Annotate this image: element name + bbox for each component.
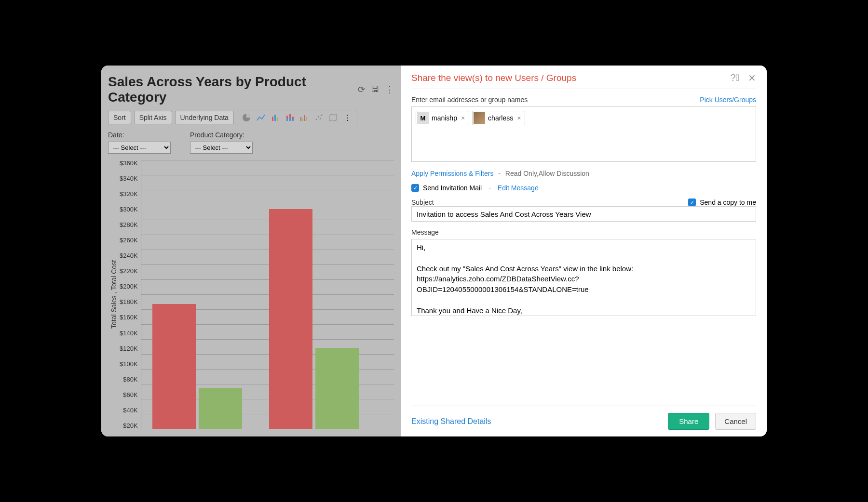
recipient-chip: charless× bbox=[472, 111, 525, 125]
recipient-chip: Mmanishp× bbox=[416, 111, 469, 125]
svg-rect-13 bbox=[306, 117, 307, 121]
y-tick: $140K bbox=[120, 330, 138, 337]
existing-shared-link[interactable]: Existing Shared Details bbox=[411, 417, 491, 426]
date-filter-label: Date: bbox=[108, 131, 124, 139]
message-textarea[interactable] bbox=[411, 239, 756, 316]
email-label: Enter email addresses or group names bbox=[411, 96, 528, 104]
share-button[interactable]: Share bbox=[668, 413, 709, 430]
chart-title: Sales Across Years by Product Category bbox=[108, 74, 358, 105]
remove-recipient-icon[interactable]: × bbox=[460, 114, 466, 122]
message-label: Message bbox=[411, 228, 756, 236]
y-tick: $20K bbox=[123, 422, 137, 429]
pick-users-link[interactable]: Pick Users/Groups bbox=[700, 96, 756, 104]
more-icon[interactable]: ⋮ bbox=[385, 84, 394, 95]
category-filter-label: Product Category: bbox=[190, 131, 244, 139]
scatter-chart-icon[interactable] bbox=[313, 112, 324, 123]
help-icon[interactable]: ?⃝ bbox=[731, 72, 739, 84]
date-filter[interactable]: --- Select --- bbox=[108, 142, 171, 154]
svg-rect-5 bbox=[286, 119, 288, 121]
chart-plot bbox=[141, 159, 394, 429]
cancel-button[interactable]: Cancel bbox=[715, 413, 756, 430]
y-tick: $260K bbox=[120, 237, 138, 244]
send-copy-label: Send a copy to me bbox=[700, 198, 756, 206]
avatar: M bbox=[417, 112, 429, 124]
more-charts-icon[interactable]: ⋮ bbox=[342, 112, 353, 123]
send-invite-label: Send Invitation Mail bbox=[423, 184, 482, 192]
save-icon[interactable]: 🖫 bbox=[371, 84, 380, 95]
y-tick: $200K bbox=[120, 283, 138, 290]
apply-permissions-link[interactable]: Apply Permissions & Filters bbox=[411, 170, 493, 177]
recipient-name: charless bbox=[488, 114, 513, 122]
line-chart-icon[interactable] bbox=[256, 112, 266, 123]
edit-message-link[interactable]: Edit Message bbox=[498, 184, 539, 192]
svg-point-17 bbox=[321, 115, 322, 116]
y-tick: $320K bbox=[120, 190, 138, 198]
y-axis-title: Total Sales , Total Cost bbox=[108, 159, 120, 429]
y-tick: $40K bbox=[123, 407, 137, 414]
dialog-title: Share the view(s) to new Users / Groups bbox=[411, 73, 576, 83]
y-tick: $180K bbox=[120, 298, 138, 305]
y-tick: $300K bbox=[120, 206, 138, 213]
avatar bbox=[474, 112, 485, 124]
y-tick: $100K bbox=[120, 360, 138, 368]
subject-input[interactable] bbox=[411, 206, 756, 222]
y-tick: $120K bbox=[120, 345, 138, 352]
y-tick: $60K bbox=[123, 391, 137, 398]
bar bbox=[269, 209, 312, 429]
category-filter[interactable]: --- Select --- bbox=[190, 142, 253, 154]
sort-button[interactable]: Sort bbox=[108, 111, 131, 124]
y-tick: $340K bbox=[120, 175, 138, 182]
svg-rect-10 bbox=[300, 117, 301, 121]
svg-rect-9 bbox=[292, 119, 294, 121]
underlying-data-button[interactable]: Underlying Data bbox=[175, 111, 234, 124]
y-tick: $220K bbox=[120, 267, 138, 275]
bar bbox=[315, 348, 359, 430]
svg-rect-1 bbox=[272, 117, 273, 121]
permissions-summary: Read Only,Allow Discussion bbox=[505, 170, 589, 177]
y-tick: $160K bbox=[120, 314, 138, 321]
svg-rect-3 bbox=[277, 118, 278, 121]
svg-rect-12 bbox=[304, 115, 305, 121]
send-invite-checkbox[interactable]: ✓ bbox=[411, 184, 419, 192]
svg-rect-11 bbox=[302, 119, 303, 121]
y-tick: $280K bbox=[120, 221, 138, 228]
close-icon[interactable]: ✕ bbox=[748, 72, 756, 84]
refresh-icon[interactable]: ⟳ bbox=[358, 84, 365, 95]
bar bbox=[152, 304, 196, 429]
stacked-bar-icon[interactable] bbox=[285, 112, 295, 123]
y-tick: $80K bbox=[123, 376, 137, 383]
subject-label: Subject bbox=[411, 198, 434, 206]
bar bbox=[199, 388, 242, 429]
svg-point-14 bbox=[315, 119, 317, 120]
remove-recipient-icon[interactable]: × bbox=[516, 114, 522, 122]
pie-chart-icon[interactable] bbox=[241, 112, 252, 123]
send-copy-checkbox[interactable]: ✓ bbox=[688, 198, 696, 206]
svg-rect-2 bbox=[274, 115, 276, 121]
recipient-name: manishp bbox=[432, 114, 457, 122]
y-tick: $360K bbox=[120, 159, 138, 167]
svg-point-16 bbox=[319, 118, 321, 119]
y-tick: $240K bbox=[120, 252, 138, 259]
split-axis-button[interactable]: Split Axis bbox=[134, 111, 172, 124]
map-chart-icon[interactable] bbox=[328, 112, 339, 123]
bar-chart-icon[interactable] bbox=[270, 112, 281, 123]
grouped-bar-icon[interactable] bbox=[299, 112, 310, 123]
svg-point-15 bbox=[317, 116, 319, 118]
svg-rect-7 bbox=[289, 118, 291, 121]
recipients-input[interactable]: Mmanishp×charless× bbox=[411, 106, 756, 162]
